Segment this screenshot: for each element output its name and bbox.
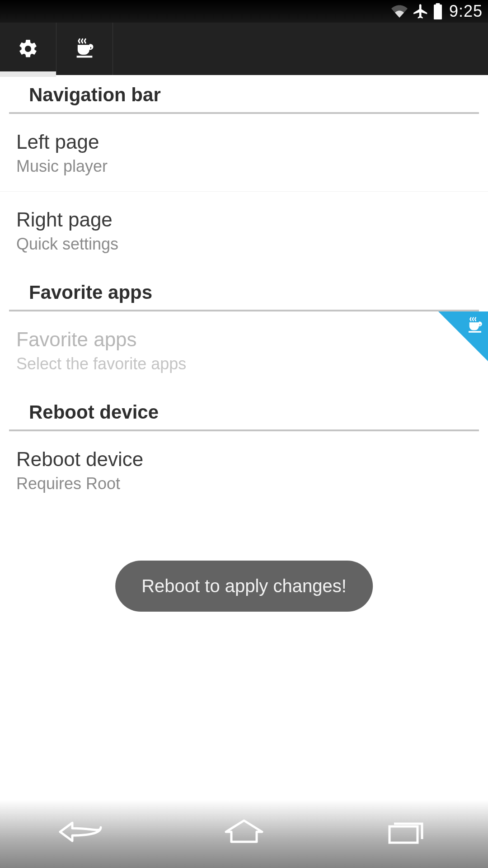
back-button[interactable]	[41, 818, 122, 845]
setting-reboot-device[interactable]: Reboot device Requires Root	[0, 431, 488, 509]
recent-apps-icon	[384, 818, 429, 845]
wifi-icon	[390, 4, 408, 19]
setting-left-page[interactable]: Left page Music player	[0, 114, 488, 192]
system-nav-bar	[0, 800, 488, 868]
svg-rect-0	[434, 5, 442, 19]
setting-subtitle: Quick settings	[16, 235, 472, 254]
section-header-favorite-apps: Favorite apps	[9, 269, 479, 311]
back-icon	[56, 818, 106, 845]
tab-settings[interactable]	[0, 23, 56, 75]
home-icon	[221, 818, 267, 845]
recent-apps-button[interactable]	[366, 818, 447, 845]
gear-icon	[17, 38, 39, 60]
battery-icon	[433, 3, 443, 19]
setting-subtitle: Requires Root	[16, 474, 472, 493]
airplane-mode-icon	[412, 3, 429, 20]
settings-content: Navigation bar Left page Music player Ri…	[0, 75, 488, 509]
home-button[interactable]	[203, 818, 285, 845]
app-bar	[0, 23, 488, 75]
coffee-icon	[73, 37, 96, 61]
setting-title: Left page	[16, 129, 472, 154]
setting-subtitle: Select the favorite apps	[16, 354, 472, 373]
section-header-navigation-bar: Navigation bar	[9, 75, 479, 114]
toast-message: Reboot to apply changes!	[115, 561, 373, 612]
setting-right-page[interactable]: Right page Quick settings	[0, 192, 488, 269]
setting-title: Reboot device	[16, 447, 472, 472]
setting-title: Right page	[16, 207, 472, 232]
tab-coffee[interactable]	[56, 23, 113, 75]
setting-subtitle: Music player	[16, 157, 472, 176]
status-time: 9:25	[449, 2, 483, 21]
status-bar: 9:25	[0, 0, 488, 23]
svg-rect-2	[389, 826, 418, 843]
premium-ribbon	[438, 311, 488, 361]
setting-title: Favorite apps	[16, 327, 472, 352]
setting-favorite-apps[interactable]: Favorite apps Select the favorite apps	[0, 311, 488, 389]
coffee-icon	[465, 316, 484, 335]
svg-rect-1	[436, 3, 440, 5]
section-header-reboot: Reboot device	[9, 389, 479, 431]
